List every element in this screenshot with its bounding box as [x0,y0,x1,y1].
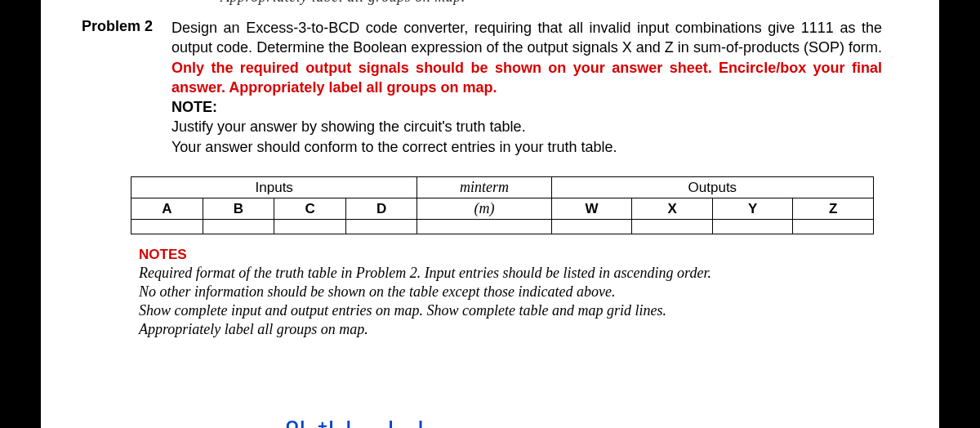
col-Z: Z [793,198,874,220]
document-page: Appropriately label all groups on map. P… [41,0,939,428]
col-D: D [345,198,417,220]
notes-line-3: Show complete input and output entries o… [139,301,874,320]
table-column-row: A B C D (m) W X Y Z [131,198,874,220]
notes-title: NOTES [139,246,874,264]
table-group-row: Inputs minterm Outputs [131,177,874,198]
header-minterm: minterm [417,177,551,198]
problem-text: Design an Excess-3-to-BCD code converter… [172,18,906,157]
notes-block: NOTES Required format of the truth table… [139,246,906,339]
col-A: A [131,198,203,220]
col-Y: Y [712,198,793,220]
col-C: C [274,198,346,220]
problem-text-highlight: Only the required output signals should … [172,60,882,96]
col-B: B [203,198,274,220]
problem-text-main: Design an Excess-3-to-BCD code converter… [172,20,882,56]
notes-line-4: Appropriately label all groups on map. [139,320,874,339]
header-inputs: Inputs [131,177,417,198]
note-line-2: Your answer should conform to the correc… [172,139,617,155]
problem-block: Problem 2 Design an Excess-3-to-BCD code… [74,0,906,157]
col-m: (m) [417,198,551,220]
truth-table-header: Inputs minterm Outputs A B C D (m) W X Y… [131,176,874,234]
note-line-1: Justify your answer by showing the circu… [172,118,526,135]
problem-label: Problem 2 [74,18,172,157]
col-W: W [551,198,632,220]
notes-line-2: No other information should be shown on … [139,283,874,301]
cutoff-text-bottom: OL +L L . . L . L [286,417,430,428]
notes-body: Required format of the truth table in Pr… [139,264,874,339]
notes-line-1: Required format of the truth table in Pr… [139,264,874,283]
table-empty-row [131,220,874,234]
note-label: NOTE: [172,99,217,115]
col-X: X [632,198,713,220]
header-outputs: Outputs [551,177,873,198]
cutoff-text-top: Appropriately label all groups on map. [220,0,466,6]
